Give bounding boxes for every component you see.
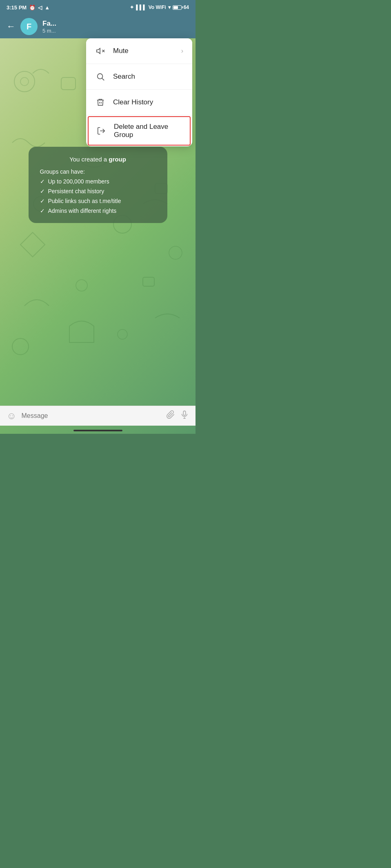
svg-rect-9 — [143, 277, 154, 286]
search-icon — [95, 71, 106, 82]
svg-rect-19 — [183, 411, 186, 415]
back-button[interactable]: ← — [7, 21, 16, 32]
bluetooth-icon: ✦ — [130, 4, 134, 10]
group-card-title: You created a group — [40, 156, 156, 163]
battery-icon — [173, 5, 182, 10]
svg-point-12 — [118, 329, 127, 339]
check-icon-2: ✓ — [40, 198, 45, 204]
clear-icon — [95, 97, 106, 108]
app-icon: ▲ — [44, 4, 50, 11]
feature-item-3: ✓ Admins with different rights — [40, 208, 156, 214]
check-icon-0: ✓ — [40, 178, 45, 185]
emoji-button[interactable]: ☺ — [7, 410, 17, 422]
avatar[interactable]: F — [20, 18, 38, 35]
vowifi-label: Vo WiFi — [149, 4, 166, 10]
home-indicator — [73, 430, 122, 431]
mute-label: Mute — [113, 47, 174, 55]
feature-text-1: Persistent chat history — [48, 188, 104, 194]
contact-info: Fa... 5 m... — [42, 20, 189, 34]
feature-text-2: Public links such as t.me/title — [48, 198, 121, 204]
svg-point-10 — [169, 246, 182, 259]
menu-item-search[interactable]: Search — [86, 64, 192, 90]
alarm-icon: ⏰ — [29, 4, 36, 11]
wifi-icon: ▾ — [168, 4, 171, 10]
mute-chevron: › — [181, 47, 183, 55]
delete-leave-icon — [96, 126, 107, 136]
feature-item-2: ✓ Public links such as t.me/title — [40, 198, 156, 204]
menu-item-mute[interactable]: Mute › — [86, 38, 192, 64]
contact-status: 5 m... — [42, 28, 189, 34]
message-bar: ☺ — [0, 406, 196, 426]
svg-point-0 — [14, 71, 35, 92]
group-title-bold: group — [109, 156, 126, 163]
group-info-card: You created a group Groups can have: ✓ U… — [29, 147, 167, 223]
delete-leave-label: Delete and Leave Group — [114, 123, 182, 139]
status-left: 3:15 PM ⏰ ◁ ▲ — [7, 4, 50, 11]
feature-item-1: ✓ Persistent chat history — [40, 188, 156, 194]
check-icon-1: ✓ — [40, 188, 45, 194]
contact-name[interactable]: Fa... — [42, 20, 189, 28]
toolbar: ← F Fa... 5 m... — [0, 15, 196, 38]
status-bar: 3:15 PM ⏰ ◁ ▲ ✦ ▌▌▌ Vo WiFi ▾ 64 — [0, 0, 196, 15]
svg-point-1 — [20, 77, 29, 86]
feature-text-3: Admins with different rights — [48, 208, 117, 214]
check-icon-3: ✓ — [40, 208, 45, 214]
status-right: ✦ ▌▌▌ Vo WiFi ▾ 64 — [130, 4, 189, 10]
location-icon: ◁ — [38, 4, 42, 11]
svg-point-16 — [98, 74, 103, 79]
group-title-prefix: You created a — [69, 156, 109, 163]
attach-button[interactable] — [166, 410, 175, 422]
svg-point-11 — [12, 338, 29, 355]
svg-line-17 — [102, 78, 104, 80]
status-time: 3:15 PM — [7, 4, 27, 11]
battery-percent: 64 — [184, 4, 189, 10]
svg-marker-13 — [97, 49, 100, 54]
context-menu: Mute › Search Clear History — [86, 38, 192, 146]
clear-history-label: Clear History — [113, 98, 183, 106]
feature-text-0: Up to 200,000 members — [48, 178, 109, 185]
menu-item-clear-history[interactable]: Clear History — [86, 90, 192, 115]
svg-point-8 — [76, 280, 87, 291]
search-label: Search — [113, 73, 183, 81]
mute-icon — [95, 46, 106, 56]
message-input[interactable] — [22, 412, 161, 420]
feature-item-0: ✓ Up to 200,000 members — [40, 178, 156, 185]
mic-button[interactable] — [180, 410, 189, 422]
menu-item-delete-leave[interactable]: Delete and Leave Group — [88, 116, 191, 146]
signal-icon: ▌▌▌ — [136, 4, 147, 10]
group-features-label: Groups can have: — [40, 168, 156, 175]
svg-rect-2 — [61, 77, 76, 90]
